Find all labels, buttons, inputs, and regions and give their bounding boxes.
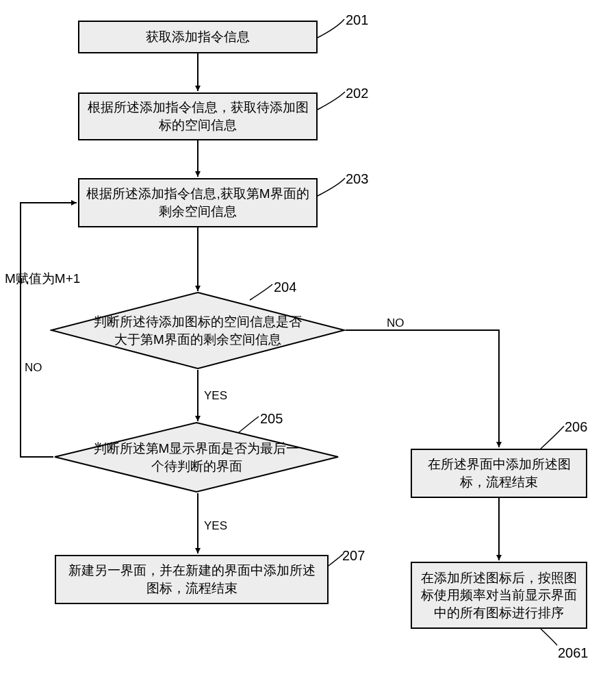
edge-label-yes-205: YES — [203, 519, 229, 533]
step-id-206: 206 — [565, 419, 587, 435]
process-box-2061: 在添加所述图标后，按照图标使用频率对当前显示界面中的所有图标进行排序 — [411, 562, 587, 629]
process-box-203: 根据所述添加指令信息,获取第M界面的剩余空间信息 — [78, 178, 318, 227]
decision-text: 判断所述待添加图标的空间信息是否大于第M界面的剩余空间信息 — [90, 313, 306, 348]
edge-label-no-204: NO — [385, 316, 406, 330]
step-id-203: 203 — [346, 171, 368, 187]
process-text: 根据所述添加指令信息,获取第M界面的剩余空间信息 — [86, 185, 309, 220]
edge-label-yes-204: YES — [203, 389, 229, 403]
process-text: 获取添加指令信息 — [146, 28, 250, 46]
process-box-202: 根据所述添加指令信息，获取待添加图标的空间信息 — [78, 92, 318, 140]
loop-label: M赋值为M+1 — [5, 270, 80, 288]
step-id-205: 205 — [260, 411, 283, 427]
process-box-201: 获取添加指令信息 — [78, 21, 318, 53]
step-id-202: 202 — [346, 86, 368, 101]
process-text: 在所述界面中添加所述图标，流程结束 — [419, 456, 579, 490]
decision-205: 判断所述第M显示界面是否为最后一个待判断的界面 — [53, 421, 339, 493]
process-text: 新建另一界面，并在新建的界面中添加所述图标，流程结束 — [63, 562, 320, 597]
decision-text: 判断所述第M显示界面是否为最后一个待判断的界面 — [93, 440, 300, 475]
step-id-204: 204 — [274, 279, 296, 295]
process-text: 根据所述添加指令信息，获取待添加图标的空间信息 — [86, 99, 309, 134]
process-box-206: 在所述界面中添加所述图标，流程结束 — [411, 449, 587, 498]
step-id-207: 207 — [342, 548, 365, 564]
edge-label-no-205: NO — [23, 361, 44, 375]
step-id-201: 201 — [346, 12, 368, 28]
decision-204: 判断所述待添加图标的空间信息是否大于第M界面的剩余空间信息 — [50, 291, 346, 370]
process-box-207: 新建另一界面，并在新建的界面中添加所述图标，流程结束 — [55, 555, 329, 604]
process-text: 在添加所述图标后，按照图标使用频率对当前显示界面中的所有图标进行排序 — [419, 569, 579, 622]
step-id-2061: 2061 — [558, 645, 589, 661]
